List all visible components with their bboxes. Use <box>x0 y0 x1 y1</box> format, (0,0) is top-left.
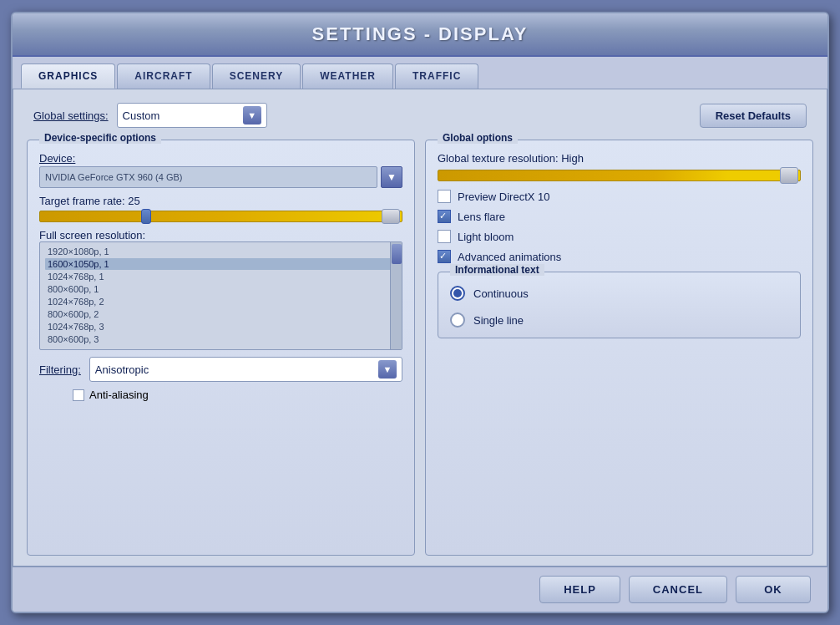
advanced-anim-checkbox[interactable] <box>438 250 451 263</box>
continuous-radio-row: Continuous <box>450 282 788 301</box>
list-item[interactable]: 1024×768p, 3 <box>45 321 397 333</box>
info-text-title: Informational text <box>450 264 544 276</box>
list-item[interactable]: 1920×1080p, 1 <box>45 246 397 257</box>
filtering-row: Filtering: Anisotropic ▼ <box>39 357 402 382</box>
list-item[interactable]: 1024×768p, 1 <box>45 271 397 282</box>
resolution-label: Full screen resolution: <box>39 229 402 241</box>
global-settings-left: Global settings: Custom ▼ <box>33 103 267 128</box>
lens-flare-checkbox[interactable] <box>438 210 451 223</box>
resolution-list-inner: 1920×1080p, 1 1600×1050p, 1 1024×768p, 1… <box>40 242 402 348</box>
device-panel: Device-specific options Device: NVIDIA G… <box>27 140 415 556</box>
tabs-bar: GRAPHICS AIRCRAFT SCENERY WEATHER TRAFFI… <box>13 57 827 89</box>
preview-dx10-row: Preview DirectX 10 <box>438 190 801 203</box>
lens-flare-row: Lens flare <box>438 210 801 223</box>
light-bloom-row: Light bloom <box>438 230 801 243</box>
advanced-anim-row: Advanced animations <box>438 250 801 263</box>
settings-dialog: SETTINGS - DISPLAY GRAPHICS AIRCRAFT SCE… <box>11 12 829 613</box>
frame-rate-slider[interactable] <box>39 211 402 222</box>
advanced-anim-label: Advanced animations <box>458 251 561 263</box>
preview-dx10-checkbox[interactable] <box>438 190 451 203</box>
single-line-label: Single line <box>473 314 524 327</box>
device-section: Device: NVIDIA GeForce GTX 960 (4 GB) ▼ … <box>39 152 402 401</box>
texture-slider-thumb[interactable] <box>780 167 798 184</box>
list-item[interactable]: 1024×768p, 2 <box>45 296 397 307</box>
tab-graphics[interactable]: GRAPHICS <box>21 64 115 89</box>
anti-alias-row: Anti-aliasing <box>39 389 402 401</box>
filtering-value: Anisotropic <box>95 363 372 376</box>
dropdown-arrow-icon: ▼ <box>243 106 261 124</box>
global-settings-value: Custom <box>123 109 236 122</box>
tab-traffic[interactable]: TRAFFIC <box>395 64 478 89</box>
main-content: Global settings: Custom ▼ Reset Defaults… <box>13 89 827 567</box>
reset-defaults-button[interactable]: Reset Defaults <box>700 104 807 128</box>
resolution-scrollbar[interactable] <box>390 242 402 349</box>
panels-row: Device-specific options Device: NVIDIA G… <box>27 140 813 556</box>
cancel-button[interactable]: CANCEL <box>629 576 727 603</box>
single-line-radio[interactable] <box>450 312 465 328</box>
texture-row: Global texture resolution: High <box>438 152 801 181</box>
continuous-radio[interactable] <box>450 286 465 301</box>
device-select-row: NVIDIA GeForce GTX 960 (4 GB) ▼ <box>39 166 402 188</box>
device-input[interactable]: NVIDIA GeForce GTX 960 (4 GB) <box>39 166 377 188</box>
frame-rate-label: Target frame rate: 25 <box>39 195 402 207</box>
global-panel-title: Global options <box>438 132 518 144</box>
anti-alias-checkbox[interactable] <box>73 389 84 401</box>
title-bar: SETTINGS - DISPLAY <box>13 13 827 57</box>
device-label: Device: <box>39 152 402 165</box>
global-settings-dropdown[interactable]: Custom ▼ <box>117 103 267 128</box>
filtering-label: Filtering: <box>39 363 81 376</box>
tab-weather[interactable]: WEATHER <box>302 64 393 89</box>
lens-flare-label: Lens flare <box>458 211 505 223</box>
anti-alias-label: Anti-aliasing <box>89 389 149 401</box>
light-bloom-checkbox[interactable] <box>438 230 451 243</box>
frame-rate-field: Target frame rate: 25 <box>39 195 402 222</box>
bottom-bar: HELP CANCEL OK <box>13 567 827 612</box>
list-item[interactable]: 800×600p, 2 <box>45 308 397 320</box>
checkboxes-section: Preview DirectX 10 Lens flare Light bloo… <box>438 190 801 263</box>
list-item[interactable]: 800×600p, 1 <box>45 283 397 295</box>
global-options-panel: Global texture resolution: High Preview … <box>438 152 801 338</box>
global-settings-label: Global settings: <box>33 109 109 122</box>
device-dropdown-btn[interactable]: ▼ <box>381 166 402 188</box>
filtering-dropdown-arrow-icon: ▼ <box>378 360 397 379</box>
tab-aircraft[interactable]: AIRCRAFT <box>117 64 210 89</box>
global-settings-row: Global settings: Custom ▼ Reset Defaults <box>27 99 813 131</box>
frame-rate-slider-right-cap <box>382 209 400 224</box>
global-panel: Global options Global texture resolution… <box>425 140 813 556</box>
dialog-title: SETTINGS - DISPLAY <box>29 23 811 45</box>
texture-slider[interactable] <box>438 170 801 181</box>
resolution-scrollbar-thumb[interactable] <box>392 244 402 264</box>
help-button[interactable]: HELP <box>539 576 620 603</box>
device-panel-title: Device-specific options <box>39 132 161 144</box>
resolution-field: Full screen resolution: 1920×1080p, 1 16… <box>39 229 402 350</box>
resolution-list[interactable]: 1920×1080p, 1 1600×1050p, 1 1024×768p, 1… <box>39 241 402 350</box>
texture-label: Global texture resolution: High <box>438 152 801 165</box>
tab-scenery[interactable]: SCENERY <box>212 64 301 89</box>
single-line-radio-row: Single line <box>450 309 788 328</box>
device-field: Device: NVIDIA GeForce GTX 960 (4 GB) ▼ <box>39 152 402 188</box>
preview-dx10-label: Preview DirectX 10 <box>458 191 550 203</box>
frame-rate-slider-thumb[interactable] <box>141 209 151 224</box>
ok-button[interactable]: OK <box>736 576 811 603</box>
light-bloom-label: Light bloom <box>458 231 514 243</box>
continuous-label: Continuous <box>473 287 529 300</box>
list-item[interactable]: 1600×1050p, 1 <box>45 258 397 270</box>
informational-text-box: Informational text Continuous Single lin… <box>438 272 801 338</box>
filtering-dropdown[interactable]: Anisotropic ▼ <box>89 357 402 382</box>
list-item[interactable]: 800×600p, 3 <box>45 333 397 345</box>
